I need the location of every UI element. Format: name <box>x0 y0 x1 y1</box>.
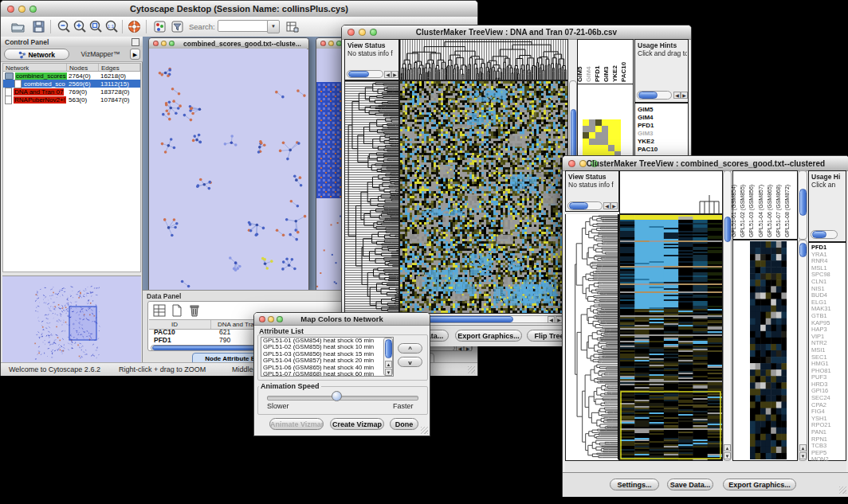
zoom-fit-icon[interactable]: 1:1 <box>104 19 120 34</box>
usage-hints-hscrollbar[interactable] <box>811 230 838 239</box>
scroll-right-button[interactable]: ▶ <box>681 92 688 99</box>
scroll-down-button[interactable]: ▼ <box>799 452 807 459</box>
edges-count: 183728(0) <box>100 88 140 96</box>
row-value: 621 <box>211 328 230 336</box>
scroll-right-button[interactable]: ▶ <box>391 71 398 78</box>
status-zoom-hint: Right-click + drag to ZOOM <box>119 365 206 373</box>
network-row-rnapubernov2[interactable]: RNAPuberNov2+!563(0)107847(0) <box>3 96 140 104</box>
resize-grip[interactable] <box>839 486 846 494</box>
animation-speed-slider[interactable] <box>267 396 418 400</box>
scroll-left-button[interactable]: ◀ <box>548 316 555 323</box>
float-panel-icon[interactable] <box>132 38 139 46</box>
row-dendrogram[interactable] <box>344 80 399 314</box>
save-icon[interactable] <box>31 19 46 34</box>
network-row-dna-and-tran-07[interactable]: DNA and Tran 07769(0)183728(0) <box>3 88 140 96</box>
heatmap[interactable] <box>619 214 723 461</box>
zoom-in-icon[interactable] <box>73 19 88 34</box>
edges-count: 16218(0) <box>100 72 140 80</box>
usage-hints-panel: Usage Hints Click and drag to ◀ ▶ <box>634 39 689 103</box>
view-status-hscrollbar[interactable] <box>567 201 603 210</box>
network-column-header[interactable]: Edges <box>99 64 140 71</box>
minimize-icon[interactable] <box>161 41 167 46</box>
network-view-window-1[interactable]: combined_scores_good.txt--cluste... <box>148 37 309 290</box>
control-panel: Control Panel Network VizMapper™ ▶ Netwo… <box>1 37 143 362</box>
map-dialog-titlebar[interactable]: Map Colors to Network <box>254 313 430 326</box>
search-dropdown-button[interactable]: ▼ <box>267 20 280 33</box>
move-up-button[interactable]: ^ <box>398 343 422 354</box>
network-row-combined-sco[interactable]: combined_sco2569(6)13112(15) <box>3 80 140 88</box>
gene-labels-vscrollbar[interactable]: ▲ ▼ <box>798 240 807 461</box>
help-icon[interactable] <box>127 19 142 34</box>
import-table-icon[interactable] <box>285 19 300 34</box>
scroll-up-button[interactable]: ▲ <box>385 361 392 368</box>
scroll-right-button[interactable]: ▶ <box>610 202 618 209</box>
button-save-data[interactable]: Save Data... <box>667 479 713 490</box>
zoom-row-label-yke2: YKE2 <box>638 138 658 146</box>
scroll-left-button[interactable]: ◀ <box>673 92 681 99</box>
new-attribute-icon[interactable] <box>170 303 184 318</box>
window-title: Cytoscape Desktop (Session Name: collins… <box>1 4 477 14</box>
zoom-selected-icon[interactable] <box>88 19 104 34</box>
button-export-graphics[interactable]: Export Graphics... <box>723 479 796 490</box>
zoom-column-labels: GPL51-01 (GSM854)GPL51-02 (GSM855)GPL51-… <box>732 170 798 240</box>
usage-hints-hscrollbar[interactable] <box>637 91 672 100</box>
window-title: ClusterMaker TreeView : combined_scores_… <box>563 159 848 168</box>
button-settings[interactable]: Settings... <box>610 479 659 490</box>
create-vizmap-button[interactable]: Create Vizmap <box>330 418 384 430</box>
attribute-list-vscrollbar[interactable]: ▲ ▼ <box>383 338 393 376</box>
network-column-header[interactable]: Nodes <box>67 64 99 71</box>
heatmap[interactable] <box>399 80 568 314</box>
zoom-out-icon[interactable] <box>57 19 72 34</box>
scroll-left-button[interactable]: ◀ <box>384 71 391 78</box>
usage-hints-body: Click an <box>811 181 845 189</box>
view-status-hscrollbar[interactable] <box>347 70 383 78</box>
row-dendrogram[interactable] <box>565 214 619 461</box>
network-row-combined-scores[interactable]: combined_scores2764(0)16218(0) <box>3 72 140 80</box>
treeview-combined-titlebar[interactable]: ClusterMaker TreeView : combined_scores_… <box>563 156 848 171</box>
delete-attribute-icon[interactable] <box>187 303 202 318</box>
vizmap-icon[interactable] <box>152 19 167 34</box>
minimize-icon[interactable] <box>328 41 334 46</box>
folder-icon <box>5 72 14 80</box>
scroll-up-button[interactable]: ▲ <box>799 444 807 451</box>
filter-icon[interactable] <box>170 19 185 34</box>
status-welcome: Welcome to Cytoscape 2.6.2 <box>9 365 100 373</box>
window-title: ClusterMaker TreeView : DNA and Tran 07-… <box>342 28 691 37</box>
network-column-header[interactable]: Network <box>3 64 67 71</box>
slider-thumb[interactable] <box>332 391 342 401</box>
scroll-left-button[interactable]: ◀ <box>603 202 610 209</box>
network-table-header: NetworkNodesEdges <box>2 63 141 72</box>
column-dendrogram[interactable] <box>619 170 723 214</box>
tab-network[interactable]: Network <box>4 49 69 60</box>
zoom-heatmap-panel[interactable] <box>732 240 798 461</box>
cytoscape-titlebar[interactable]: Cytoscape Desktop (Session Name: collins… <box>1 1 477 18</box>
close-icon[interactable] <box>153 41 159 46</box>
view-status-panel: View Status No status info f ◀ ▶ <box>344 39 399 80</box>
zoom-window-icon[interactable] <box>169 41 175 46</box>
search-input[interactable] <box>218 20 269 32</box>
resize-grip[interactable] <box>468 366 475 373</box>
open-file-icon[interactable] <box>10 19 26 34</box>
tab-overflow-button[interactable]: ▶ <box>130 49 140 60</box>
move-down-button[interactable]: v <box>398 357 422 367</box>
birdseye-panel[interactable] <box>2 275 141 363</box>
resize-grip[interactable] <box>421 427 428 434</box>
nodes-count: 2569(6) <box>69 80 100 88</box>
done-button[interactable]: Done <box>390 418 418 430</box>
heatmap-vscrollbar[interactable]: ▲ ▼ <box>723 170 732 461</box>
attribute-item-gpl51-07[interactable]: GPL51-07 (GSM868) heat shock 60 min <box>261 371 393 377</box>
scroll-down-button[interactable]: ▼ <box>724 452 731 459</box>
network-name: DNA and Tran 07 <box>14 88 64 96</box>
button-export-graphics[interactable]: Export Graphics... <box>455 330 522 342</box>
treeview-dna-titlebar[interactable]: ClusterMaker TreeView : DNA and Tran 07-… <box>342 25 691 40</box>
zoom-labels-vscrollbar[interactable] <box>798 170 807 240</box>
scroll-down-button[interactable]: ▼ <box>385 369 392 376</box>
animate-vizmap-button[interactable]: Animate Vizmap <box>269 418 324 430</box>
scroll-up-button[interactable]: ▲ <box>724 444 731 451</box>
zoom-column-labels: GIM5GIM4PFD1GIM3YKE2PAC10 <box>577 39 634 84</box>
close-icon[interactable] <box>320 41 326 46</box>
tab-vizmapper[interactable]: VizMapper™ <box>73 49 128 60</box>
attribute-list[interactable]: GPL51-01 (GSM854) heat shock 05 minGPL51… <box>261 337 394 377</box>
attribute-select-icon[interactable] <box>152 303 167 318</box>
column-dendrogram[interactable] <box>399 39 568 80</box>
